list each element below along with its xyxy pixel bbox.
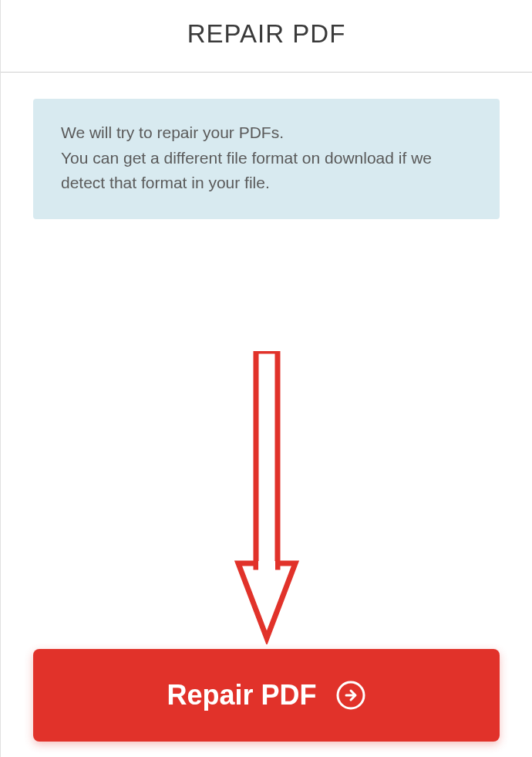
page-header: REPAIR PDF bbox=[1, 0, 532, 73]
repair-pdf-button[interactable]: Repair PDF bbox=[33, 649, 500, 742]
info-panel: We will try to repair your PDFs. You can… bbox=[33, 99, 500, 219]
info-line-2: You can get a different file format on d… bbox=[61, 149, 432, 192]
arrow-right-circle-icon bbox=[335, 680, 366, 711]
svg-rect-0 bbox=[256, 351, 278, 567]
info-line-1: We will try to repair your PDFs. bbox=[61, 123, 284, 141]
info-text: We will try to repair your PDFs. You can… bbox=[61, 120, 476, 196]
arrow-annotation-icon bbox=[232, 351, 301, 647]
repair-button-label: Repair PDF bbox=[167, 679, 316, 711]
svg-rect-1 bbox=[258, 561, 275, 570]
page-title: REPAIR PDF bbox=[1, 19, 532, 49]
